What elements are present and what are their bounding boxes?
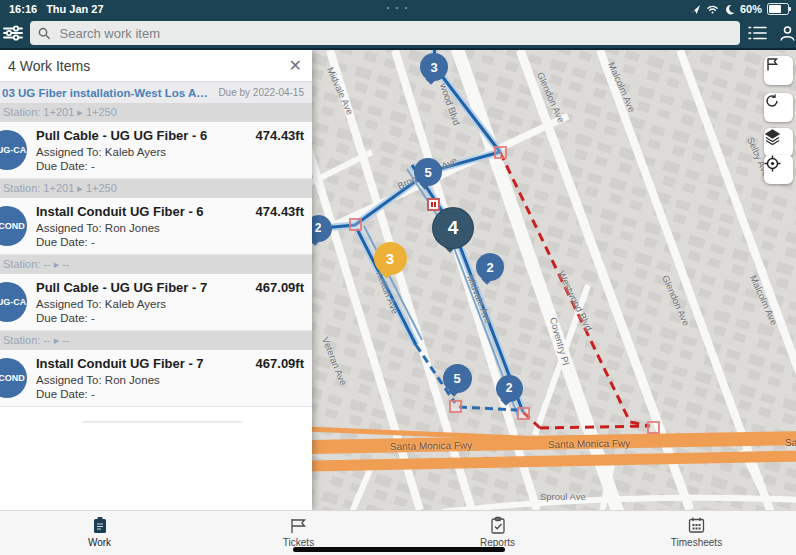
- map-marker-3[interactable]: 3: [420, 53, 448, 81]
- work-order-group-header[interactable]: 03 UG Fiber installation-West Los Angele…: [0, 81, 312, 103]
- search-icon: [38, 27, 51, 40]
- work-item-length: 467.09ft: [256, 356, 304, 371]
- work-item-assigned: Assigned To: Kaleb Ayers: [36, 298, 304, 310]
- tab-work[interactable]: Work: [0, 511, 199, 555]
- flag-icon: [764, 56, 780, 72]
- work-item-title: Pull Cable - UG UG Fiber - 7: [36, 280, 256, 295]
- locate-button[interactable]: [764, 155, 793, 184]
- street-label: Glendon Ave: [660, 273, 692, 327]
- work-item-list: Station: 1+201 ▸ 1+250UG-CAPull Cable - …: [0, 103, 312, 407]
- flag-button[interactable]: [764, 56, 793, 85]
- work-item-row[interactable]: UG-CAPull Cable - UG UG Fiber - 7467.09f…: [0, 274, 312, 331]
- avatar: COND: [0, 358, 27, 398]
- vertex-square[interactable]: [517, 407, 530, 420]
- tab-timesheets[interactable]: Timesheets: [597, 511, 796, 555]
- work-order-link[interactable]: 03 UG Fiber installation-West Los Angele…: [2, 87, 212, 99]
- street-label: Coventry Pl: [548, 316, 572, 366]
- filter-sliders-icon[interactable]: [0, 24, 26, 42]
- street-label: Santa Monica Fwy: [548, 438, 630, 450]
- work-clipboard-icon: [91, 516, 109, 535]
- station-row: Station: 1+201 ▸ 1+250: [0, 103, 312, 122]
- vertex-square[interactable]: [349, 218, 362, 231]
- station-row: Station: 1+201 ▸ 1+250: [0, 179, 312, 198]
- profile-icon[interactable]: [779, 25, 796, 42]
- app-header: 16:16 Thu Jan 27 • • • 60%: [0, 0, 796, 50]
- work-item-assigned: Assigned To: Ron Jones: [36, 222, 304, 234]
- layers-icon: [764, 128, 781, 145]
- timesheet-calendar-icon: [687, 516, 706, 535]
- work-item-assigned: Assigned To: Ron Jones: [36, 374, 304, 386]
- map-canvas[interactable]: Midvale Avewood BlvdGlendon AveMalcolm A…: [312, 50, 796, 510]
- home-indicator[interactable]: [293, 547, 505, 552]
- map-marker-4[interactable]: 4: [432, 207, 474, 249]
- avatar: COND: [0, 206, 27, 246]
- street-label: Westwood Blvd: [556, 269, 595, 333]
- avatar: UG-CA: [0, 130, 27, 170]
- map-marker-2[interactable]: 2: [476, 253, 504, 281]
- battery-icon: [767, 3, 789, 15]
- multitask-dots: • • •: [0, 3, 796, 12]
- work-item-row[interactable]: CONDInstall Conduit UG Fiber - 7467.09ft…: [0, 350, 312, 407]
- map-marker-5[interactable]: 5: [443, 364, 472, 393]
- work-item-row[interactable]: CONDInstall Conduit UG Fiber - 6474.43ft…: [0, 198, 312, 255]
- street-label: Ave: [440, 154, 459, 171]
- work-item-due: Due Date: -: [36, 236, 304, 248]
- vertex-square[interactable]: [449, 400, 462, 413]
- work-item-assigned: Assigned To: Kaleb Ayers: [36, 146, 304, 158]
- app-screen: Midvale Avewood BlvdGlendon AveMalcolm A…: [0, 0, 796, 555]
- locate-icon: [764, 155, 781, 172]
- list-view-icon[interactable]: [748, 25, 767, 41]
- station-row: Station: -- ▸ --: [0, 255, 312, 274]
- vertex-square[interactable]: [494, 146, 507, 159]
- work-item-due: Due Date: -: [36, 312, 304, 324]
- work-item-title: Install Conduit UG Fiber - 7: [36, 356, 256, 371]
- street-label: Sproul Ave: [540, 491, 586, 502]
- street-label: Malcolm Ave: [606, 60, 638, 114]
- work-item-row[interactable]: UG-CAPull Cable - UG UG Fiber - 6474.43f…: [0, 122, 312, 179]
- avatar: UG-CA: [0, 282, 27, 322]
- search-box[interactable]: [30, 21, 740, 45]
- street-label: Veteran Ave: [320, 335, 349, 386]
- station-row: Station: -- ▸ --: [0, 331, 312, 350]
- work-items-panel: 4 Work Items ✕ 03 UG Fiber installation-…: [0, 50, 312, 510]
- work-item-due: Due Date: -: [36, 388, 304, 400]
- toolbar: [0, 18, 796, 48]
- vertex-square[interactable]: [647, 421, 660, 434]
- status-bar: 16:16 Thu Jan 27 • • • 60%: [0, 0, 796, 18]
- work-item-length: 474.43ft: [256, 204, 304, 219]
- map-marker-2[interactable]: 2: [496, 375, 523, 402]
- search-input[interactable]: [58, 25, 732, 42]
- street-label: Glendon Ave: [535, 70, 567, 124]
- street-label: wood Blvd: [438, 82, 463, 127]
- street-label: Midvale Ave: [325, 65, 356, 116]
- close-icon[interactable]: ✕: [289, 58, 302, 74]
- street-label: Santa Monica Fwy: [390, 440, 472, 452]
- work-item-title: Install Conduit UG Fiber - 6: [36, 204, 256, 219]
- work-item-title: Pull Cable - UG UG Fiber - 6: [36, 128, 256, 143]
- sync-icon: [764, 93, 780, 109]
- map-marker-3[interactable]: 3: [374, 242, 407, 275]
- work-item-length: 467.09ft: [256, 280, 304, 295]
- ticket-flag-icon: [289, 516, 308, 535]
- map-marker-2[interactable]: 2: [312, 215, 332, 242]
- map-marker-5[interactable]: 5: [414, 158, 442, 186]
- list-end-divider: [82, 421, 242, 423]
- work-item-due: Due Date: -: [36, 160, 304, 172]
- layers-button[interactable]: [764, 128, 793, 157]
- street-label: Malcolm Ave: [748, 273, 780, 327]
- sync-button[interactable]: [764, 93, 793, 122]
- street-label: San: [785, 437, 796, 448]
- work-item-length: 474.43ft: [256, 128, 304, 143]
- work-order-due-date: Due by 2022-04-15: [218, 87, 304, 98]
- panel-title: 4 Work Items: [8, 58, 90, 74]
- report-clipboard-check-icon: [489, 516, 507, 535]
